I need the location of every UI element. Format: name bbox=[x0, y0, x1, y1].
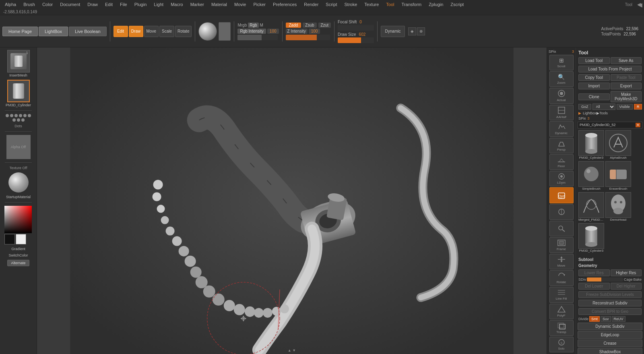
pm3d-cylinder3-thumb-item[interactable]: PM3D_Cylinder3 bbox=[578, 130, 604, 159]
ldym-icon-btn[interactable]: LDym bbox=[549, 171, 574, 186]
menu-zscript[interactable]: Zscript bbox=[447, 1, 467, 8]
persp-icon-btn[interactable]: Persp bbox=[549, 138, 574, 153]
rotate-icon-btn[interactable]: Rotate bbox=[549, 270, 574, 286]
actual-icon-btn[interactable]: Actual bbox=[549, 88, 574, 104]
zoom-icon-btn[interactable]: 🔍 Zoom bbox=[549, 71, 574, 87]
transp-icon-btn[interactable]: Transp bbox=[549, 320, 574, 336]
crease-btn[interactable]: Crease bbox=[578, 340, 642, 347]
pm3d-cylinder3-2-thumb-item[interactable]: PM3D_Cylinder3 bbox=[578, 223, 604, 253]
import-btn[interactable]: Import bbox=[578, 83, 610, 89]
tool-icon-1[interactable]: ◈ bbox=[408, 27, 416, 35]
freeze-subdiv-btn[interactable]: Freeze SubDivision Levels bbox=[578, 291, 642, 298]
menu-edit[interactable]: Edit bbox=[102, 1, 116, 8]
r-btn[interactable]: R bbox=[634, 104, 642, 110]
cylinder-name-display[interactable]: PM3D_Cylinder3D_52 R bbox=[578, 122, 642, 128]
move-btn[interactable]: Move bbox=[144, 26, 159, 37]
visible-btn[interactable]: Visible bbox=[617, 104, 633, 110]
alternate-btn[interactable]: Alternate bbox=[7, 260, 29, 266]
frame-icon-btn[interactable]: Frame bbox=[549, 237, 574, 253]
zoom3d-icon-btn[interactable] bbox=[549, 221, 574, 236]
dynamic-subdiv-btn[interactable]: Dynamic Subdiv bbox=[578, 323, 642, 330]
suv-btn[interactable]: Suv bbox=[601, 316, 611, 322]
qvz-icon-btn[interactable]: Qyz bbox=[549, 187, 574, 203]
tool-icon-2[interactable]: ⊕ bbox=[417, 27, 425, 35]
draw-btn[interactable]: Draw bbox=[129, 26, 143, 37]
solo-icon-btn[interactable]: S Solo bbox=[549, 337, 574, 352]
alphabrush-thumb-item[interactable]: AlphaBrush bbox=[605, 130, 631, 159]
insert-mesh-tool[interactable]: 1 InsertMesh bbox=[2, 50, 35, 77]
convert-bpr-btn[interactable]: Convert BPR to Geo bbox=[578, 308, 642, 315]
goz-all-dropdown[interactable]: All Visible bbox=[592, 104, 615, 110]
menu-script[interactable]: Script bbox=[322, 1, 340, 8]
material-sphere[interactable] bbox=[8, 172, 29, 193]
menu-document[interactable]: Document bbox=[57, 1, 83, 8]
export-btn[interactable]: Export bbox=[611, 83, 642, 89]
z-intensity-slider[interactable] bbox=[286, 35, 330, 40]
polyf-icon-btn[interactable]: PolyF bbox=[549, 304, 574, 319]
home-page-btn[interactable]: Home Page bbox=[2, 27, 38, 36]
menu-draw[interactable]: Draw bbox=[84, 1, 101, 8]
color-swatch-white[interactable] bbox=[16, 234, 26, 244]
edit-btn[interactable]: Edit bbox=[114, 26, 128, 37]
rgb-mode-btn[interactable]: Rgb bbox=[250, 23, 257, 27]
del-lower-btn[interactable]: Del Lower bbox=[578, 283, 610, 290]
menu-light[interactable]: Light bbox=[151, 1, 167, 8]
scale-btn[interactable]: Scale bbox=[159, 26, 174, 37]
paste-tool-btn[interactable]: Paste Tool bbox=[611, 74, 642, 81]
menu-stroke[interactable]: Stroke bbox=[341, 1, 360, 8]
menu-brush[interactable]: Brush bbox=[20, 1, 38, 8]
lightbox-tools-label[interactable]: Lightbox▶Tools bbox=[583, 111, 608, 115]
reuv-btn[interactable]: ReUV bbox=[612, 316, 625, 322]
alpha-preview[interactable]: Alpha Off bbox=[6, 135, 31, 159]
move-icon-btn[interactable]: Move bbox=[549, 254, 574, 269]
linefill-icon-btn[interactable]: Line Fill bbox=[549, 287, 574, 302]
copy-tool-btn[interactable]: Copy Tool bbox=[578, 74, 610, 81]
del-higher-btn[interactable]: Del Higher bbox=[611, 283, 642, 290]
zzut-btn[interactable]: Zzut bbox=[318, 23, 331, 28]
draw-size-slider[interactable] bbox=[338, 37, 374, 43]
focal-shift-slider[interactable] bbox=[338, 25, 374, 31]
load-tool-btn[interactable]: Load Tool bbox=[578, 57, 610, 64]
lower-res-btn[interactable]: Lower Res bbox=[578, 269, 610, 276]
fill-object-btn[interactable] bbox=[219, 22, 231, 41]
demohead-thumb-item[interactable]: DemoHead bbox=[605, 192, 631, 222]
smt-btn[interactable]: Smt bbox=[589, 316, 600, 322]
simplebrush-thumb-item[interactable]: SimpleBrush bbox=[578, 161, 604, 190]
pm3d-cylinder-tool[interactable]: PM3D_Cylinder bbox=[2, 80, 35, 107]
menu-alpha[interactable]: Alpha bbox=[2, 1, 19, 8]
edgeloop-btn[interactable]: EdgeLoop bbox=[578, 331, 642, 339]
rotate-btn[interactable]: Rotate bbox=[175, 26, 192, 37]
menu-color[interactable]: Color bbox=[39, 1, 56, 8]
eraserbrush-thumb-item[interactable]: EraserBrush bbox=[605, 161, 631, 190]
merged-thumb-item[interactable]: Merged_PM3D_C bbox=[578, 192, 604, 222]
dynamic-icon-btn[interactable]: Dynamic bbox=[549, 121, 574, 137]
reconstruct-subdiv-btn[interactable]: Reconstruct Subdiv bbox=[578, 300, 642, 306]
make-polymesh-btn[interactable]: Make PolyMesh3D bbox=[611, 91, 642, 102]
zadd-btn[interactable]: Zadd bbox=[286, 23, 301, 28]
menu-zplugin[interactable]: Zplugin bbox=[425, 1, 446, 8]
menu-macro[interactable]: Macro bbox=[167, 1, 186, 8]
live-boolean-btn[interactable]: Live Boolean bbox=[69, 27, 107, 36]
menu-tool[interactable]: Tool bbox=[383, 1, 397, 8]
color-gradient-square[interactable] bbox=[4, 206, 32, 233]
r2-btn[interactable]: R bbox=[636, 123, 640, 127]
load-tools-project-btn[interactable]: Load Tools From Project bbox=[578, 66, 642, 72]
clone-btn[interactable]: Clone bbox=[578, 93, 610, 100]
viewport[interactable]: ▲ ▼ bbox=[37, 48, 547, 354]
dots-brush[interactable] bbox=[6, 114, 31, 122]
zsub-btn[interactable]: Zsub bbox=[303, 23, 316, 28]
shadowbox-btn[interactable]: ShadowBox bbox=[578, 348, 642, 354]
material-ball[interactable] bbox=[198, 22, 217, 41]
menu-transform[interactable]: Transform bbox=[398, 1, 425, 8]
lightbox-btn[interactable]: LightBox bbox=[39, 27, 68, 36]
color-swatch-black[interactable] bbox=[4, 234, 15, 244]
rgb-intensity-slider[interactable] bbox=[237, 35, 278, 40]
floor-icon-btn[interactable]: Floor bbox=[549, 154, 574, 170]
save-as-btn[interactable]: Save As bbox=[611, 57, 642, 64]
menu-picker[interactable]: Picker bbox=[250, 1, 269, 8]
menu-preferences[interactable]: Preferences bbox=[270, 1, 300, 8]
aahalf-icon-btn[interactable]: AAHalf bbox=[549, 105, 574, 120]
sym-icon-btn[interactable] bbox=[549, 204, 574, 220]
goz-btn[interactable]: GoZ bbox=[578, 104, 591, 110]
sdiv-slider[interactable] bbox=[587, 277, 623, 282]
